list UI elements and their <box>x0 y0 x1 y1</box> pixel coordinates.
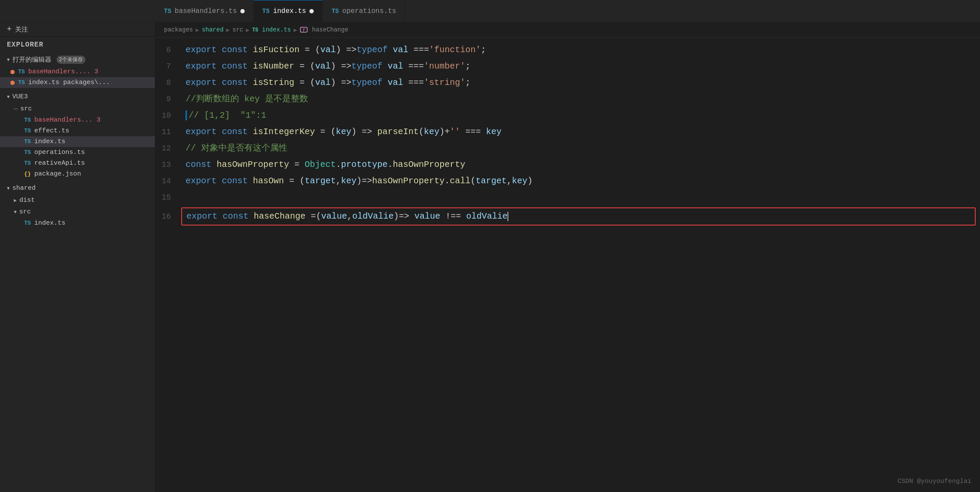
tab-label: baseHandlers.ts <box>175 7 237 15</box>
open-editor-basehandlers[interactable]: TS baseHandlers.... 3 <box>0 66 155 77</box>
file-package-json[interactable]: {} package.json <box>0 169 155 179</box>
code-line-10: 10 // [1,2] "1":1 <box>155 107 980 124</box>
code-line-14: 14 export const hasOwn = (target,key)=>h… <box>155 173 980 189</box>
ts-icon: TS <box>24 128 31 134</box>
text-cursor <box>507 212 508 221</box>
ts-icon: TS <box>18 69 25 75</box>
bc-indexts: TS index.ts <box>252 26 291 33</box>
code-line-15: 15 <box>155 189 980 206</box>
line-content: // 对象中是否有这个属性 <box>181 140 980 157</box>
line-number: 10 <box>155 107 181 124</box>
code-container[interactable]: 6 export const isFuction = (val) =>typeo… <box>155 38 980 492</box>
shared-section-header[interactable]: ▼ shared <box>0 182 155 194</box>
src-folder[interactable]: — src <box>0 103 155 115</box>
code-line-8: 8 export const isString = (val) =>typeof… <box>155 75 980 91</box>
file-operations[interactable]: TS operations.ts <box>0 147 155 158</box>
unsaved-indicator <box>10 81 15 85</box>
file-label: operations.ts <box>35 149 85 156</box>
ellipsis: — <box>14 105 18 113</box>
bc-hasechange: f haseChange <box>300 26 348 34</box>
highlighted-line: export const haseChange =(value,oldValie… <box>181 207 976 226</box>
bc-src: src <box>233 26 243 33</box>
sidebar: + 关注 EXPLORER ▼ 打开的编辑器 2个未保存 TS baseHand… <box>0 22 155 492</box>
ts-icon: TS <box>24 160 31 166</box>
chevron-icon: ▼ <box>7 94 10 100</box>
ts-icon: TS <box>24 220 31 226</box>
chevron-icon: ▼ <box>14 210 17 215</box>
code-line-9: 9 //判断数组的 key 是不是整数 <box>155 91 980 107</box>
line-content: export const isFuction = (val) =>typeof … <box>181 42 980 58</box>
src-label: src <box>20 105 32 113</box>
open-editors-label: 打开的编辑器 <box>13 56 51 64</box>
unsaved-dot <box>240 9 245 13</box>
action-bar: + 关注 <box>0 22 155 37</box>
chevron-right-icon: ▶ <box>14 197 17 203</box>
line-content: export const haseChange =(value,oldValie… <box>182 208 975 225</box>
vue3-label: VUE3 <box>13 93 28 100</box>
file-label: baseHandlers... 3 <box>35 116 101 124</box>
file-effect[interactable]: TS effect.ts <box>0 125 155 136</box>
line-content: const hasOwnProperty = Object.prototype.… <box>181 157 980 173</box>
line-content: export const hasOwn = (target,key)=>hasO… <box>181 173 980 189</box>
file-label: package.json <box>35 170 81 178</box>
tab-label: index.ts <box>273 7 306 15</box>
line-content: //判断数组的 key 是不是整数 <box>181 91 980 107</box>
func-icon: f <box>300 26 308 34</box>
ts-icon: TS <box>262 8 270 15</box>
dist-folder[interactable]: ▶ dist <box>0 194 155 206</box>
tab-basehandlers[interactable]: TS baseHandlers.ts <box>155 0 254 22</box>
bc-sep: ▶ <box>246 26 249 34</box>
file-label: baseHandlers.... 3 <box>28 68 98 75</box>
file-index-vue3[interactable]: TS index.ts <box>0 136 155 147</box>
file-label: effect.ts <box>35 127 69 135</box>
tab-operations[interactable]: TS operations.ts <box>323 0 405 22</box>
line-number: 11 <box>155 124 181 140</box>
src-folder-shared[interactable]: ▼ src <box>0 206 155 218</box>
line-number: 7 <box>155 58 181 75</box>
bc-packages: packages <box>164 26 193 33</box>
file-label: index.ts packages\... <box>28 79 110 86</box>
file-label: reativeApi.ts <box>35 160 85 167</box>
plus-icon: + <box>7 25 12 34</box>
unsaved-dot <box>309 9 314 13</box>
json-icon: {} <box>24 171 31 177</box>
tab-bar: TS baseHandlers.ts TS index.ts TS operat… <box>0 0 980 22</box>
code-line-6: 6 export const isFuction = (val) =>typeo… <box>155 42 980 58</box>
line-number: 12 <box>155 140 181 157</box>
code-line-16: 16 export const haseChange =(value,oldVa… <box>155 206 980 227</box>
file-reativeapi[interactable]: TS reativeApi.ts <box>0 158 155 169</box>
vue3-section-header[interactable]: ▼ VUE3 <box>0 91 155 103</box>
chevron-icon: ▼ <box>7 186 10 191</box>
line-content: export const isString = (val) =>typeof v… <box>181 75 980 91</box>
open-editor-index[interactable]: TS index.ts packages\... <box>0 77 155 88</box>
svg-text:f: f <box>303 28 305 33</box>
tab-index[interactable]: TS index.ts <box>254 0 323 22</box>
line-content: export const isNumber = (val) =>typeof v… <box>181 58 980 75</box>
line-number: 6 <box>155 42 181 58</box>
bc-sep: ▶ <box>293 26 297 34</box>
line-number: 13 <box>155 157 181 173</box>
file-index-shared[interactable]: TS index.ts <box>0 218 155 229</box>
explorer-header: EXPLORER <box>0 37 155 53</box>
line-number: 15 <box>155 189 181 206</box>
ts-icon: TS <box>331 8 339 15</box>
code-line-7: 7 export const isNumber = (val) =>typeof… <box>155 58 980 75</box>
src-label: src <box>19 208 31 216</box>
watermark: CSDN @youyoufenglai <box>898 478 971 485</box>
line-number: 9 <box>155 91 181 107</box>
ts-b-icon: TS <box>252 27 258 33</box>
breadcrumb: packages ▶ shared ▶ src ▶ TS index.ts ▶ … <box>155 22 980 38</box>
line-content: // [1,2] "1":1 <box>181 107 980 124</box>
line-content: export const isIntegerKey = (key) => par… <box>181 124 980 140</box>
editor-area: packages ▶ shared ▶ src ▶ TS index.ts ▶ … <box>155 22 980 492</box>
bc-sep: ▶ <box>226 26 230 34</box>
open-editors-header[interactable]: ▼ 打开的编辑器 2个未保存 <box>0 53 155 66</box>
ts-icon: TS <box>164 8 171 15</box>
line-number: 14 <box>155 173 181 189</box>
chevron-icon: ▼ <box>7 57 10 63</box>
code-line-13: 13 const hasOwnProperty = Object.prototy… <box>155 157 980 173</box>
file-basehandlers[interactable]: TS baseHandlers... 3 <box>0 115 155 125</box>
ts-icon: TS <box>24 149 31 156</box>
unsaved-indicator <box>10 70 15 74</box>
code-line-11: 11 export const isIntegerKey = (key) => … <box>155 124 980 140</box>
